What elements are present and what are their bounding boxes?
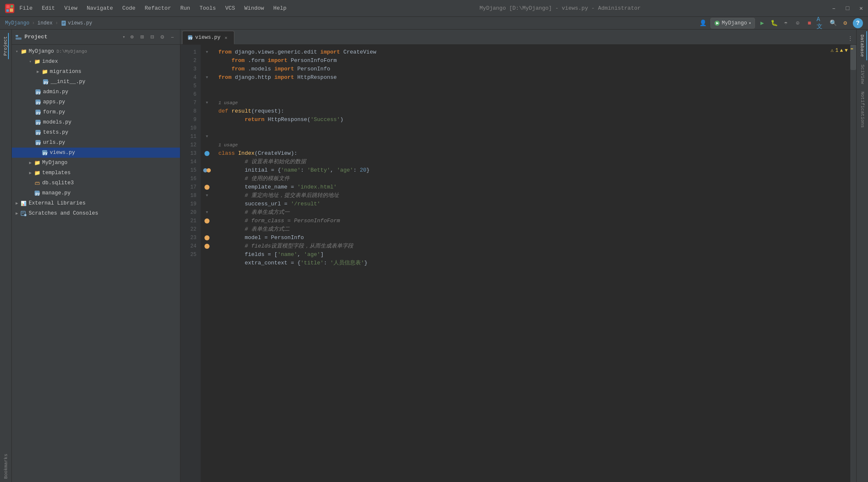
toggle-migrations[interactable]: ▶ <box>35 68 41 75</box>
tab-more-button[interactable]: ⋮ <box>846 34 855 43</box>
toggle-scratches[interactable]: ▶ <box>13 210 20 217</box>
tree-item-manage[interactable]: py manage.py <box>12 188 180 198</box>
tree-item-db[interactable]: 🗃 db.sqlite3 <box>12 178 180 188</box>
fold-arrow-4[interactable]: ▼ <box>206 75 208 80</box>
tab-views-py[interactable]: py views.py ✕ <box>182 31 234 44</box>
run-button[interactable]: ▶ <box>758 19 767 28</box>
tree-item-migrations[interactable]: ▶ 📁 migrations <box>12 67 180 77</box>
editor-scrollbar[interactable]: ▬ <box>850 45 856 482</box>
orange-marker-24 <box>204 244 210 249</box>
toggle-index[interactable]: ▾ <box>27 58 34 65</box>
init-py-icon: py <box>42 78 49 85</box>
apps-py-icon: py <box>35 99 41 105</box>
sidebar-label-project[interactable]: Project <box>3 33 9 59</box>
menu-run[interactable]: Run <box>179 4 192 12</box>
orange-marker-21 <box>204 218 210 223</box>
gutter-marker-13 <box>201 149 213 158</box>
fold-arrow-20[interactable]: ▼ <box>206 210 208 215</box>
coverage-button[interactable]: ☂ <box>781 19 790 28</box>
tab-close-button[interactable]: ✕ <box>223 35 229 40</box>
tree-item-apps[interactable]: py apps.py <box>12 97 180 107</box>
breadcrumb-index[interactable]: index <box>38 20 53 26</box>
gutter-marker-21 <box>201 217 213 225</box>
right-tab-sciview[interactable]: SciView <box>858 61 867 87</box>
collapse-all-button[interactable]: ⊕ <box>128 33 136 41</box>
mydjango-pkg-icon: 📁 <box>34 159 40 166</box>
tree-item-mydjango-root[interactable]: ▾ 📁 MyDjango D:\MyDjango <box>12 46 180 57</box>
tree-item-init[interactable]: py __init__.py <box>12 77 180 87</box>
stop-button[interactable]: ■ <box>805 19 814 28</box>
code-content[interactable]: from django.views.generic.edit import Cr… <box>213 45 850 482</box>
translate-button[interactable]: A文 <box>817 19 826 28</box>
run-config-dropdown[interactable]: MyDjango ▾ <box>710 18 755 29</box>
tree-item-external-libs[interactable]: ▶ 📊 External Libraries <box>12 198 180 208</box>
mydjango-label: MyDjango <box>29 48 54 54</box>
menu-code[interactable]: Code <box>121 4 137 12</box>
menu-refactor[interactable]: Refactor <box>143 4 172 12</box>
debug-button[interactable]: 🐛 <box>769 19 779 28</box>
toggle-external-libs[interactable]: ▶ <box>13 200 20 207</box>
menu-bar[interactable]: File Edit View Navigate Code Refactor Ru… <box>18 4 288 12</box>
tree-item-form[interactable]: py form.py <box>12 107 180 117</box>
menu-window[interactable]: Window <box>243 4 266 12</box>
code-line-11: class Index(CreateView): <box>218 149 845 158</box>
toolbar-right: 👤 MyDjango ▾ ▶ 🐛 ☂ ⊙ ■ A文 🔍 ⚙ ? <box>699 18 863 29</box>
toggle-mydjango[interactable]: ▾ <box>13 48 20 55</box>
svg-point-39 <box>207 168 211 172</box>
settings-button[interactable]: ⚙ <box>840 18 850 28</box>
breadcrumb-project[interactable]: MyDjango <box>5 20 30 26</box>
menu-tools[interactable]: Tools <box>198 4 218 12</box>
code-line-22: # fields设置模型字段，从而生成表单字段 <box>218 242 845 250</box>
menu-help[interactable]: Help <box>271 4 288 12</box>
admin-py-icon: py <box>35 89 41 95</box>
settings-panel-button[interactable]: ⚙ <box>158 33 167 41</box>
fold-arrow-1[interactable]: ▼ <box>206 50 208 54</box>
menu-view[interactable]: View <box>62 4 79 12</box>
locate-button[interactable]: ⊞ <box>138 33 146 41</box>
fold-arrow-7[interactable]: ▼ <box>206 101 208 105</box>
bookmarks-label[interactable]: Bookmarks <box>2 450 10 482</box>
profile-run-button[interactable]: ⊙ <box>793 19 802 28</box>
profile-button[interactable]: 👤 <box>699 19 708 28</box>
search-everywhere-button[interactable]: 🔍 <box>828 19 838 28</box>
right-tab-database[interactable]: Database <box>858 31 867 60</box>
file-tree: ▾ 📁 MyDjango D:\MyDjango ▾ 📁 index ▶ 📁 <box>12 45 180 482</box>
close-button[interactable]: ✕ <box>860 5 863 11</box>
tree-item-urls[interactable]: py urls.py <box>12 137 180 148</box>
panel-actions: ⊕ ⊞ ⊟ ⚙ – <box>128 33 177 41</box>
toggle-templates[interactable]: ▶ <box>27 170 34 176</box>
toggle-mydjango-pkg[interactable]: ▶ <box>27 159 34 166</box>
line-numbers: 12345 678910 1112131415 1617181920 21222… <box>180 45 201 482</box>
menu-navigate[interactable]: Navigate <box>85 4 115 12</box>
tree-item-tests[interactable]: py tests.py <box>12 127 180 137</box>
minimize-panel-button[interactable]: – <box>168 33 177 41</box>
right-tab-notifications[interactable]: Notifications <box>858 88 867 131</box>
tree-item-admin[interactable]: py admin.py <box>12 87 180 97</box>
minimize-button[interactable]: – <box>832 5 836 11</box>
code-line-10 <box>218 132 845 141</box>
tree-item-views[interactable]: py views.py <box>12 148 180 158</box>
menu-edit[interactable]: Edit <box>40 4 56 12</box>
templates-icon: 📁 <box>34 170 40 176</box>
help-button[interactable]: ? <box>853 18 863 28</box>
window-controls: – □ ✕ <box>832 5 863 11</box>
tree-item-mydjango-pkg[interactable]: ▶ 📁 MyDjango <box>12 158 180 168</box>
menu-file[interactable]: File <box>18 4 34 12</box>
filter-button[interactable]: ⊟ <box>148 33 156 41</box>
tree-item-scratches[interactable]: ▶ Scratches and Consoles <box>12 208 180 218</box>
menu-vcs[interactable]: VCS <box>223 4 236 12</box>
code-line-20: # 表单生成方式二 <box>218 225 845 234</box>
tab-bar: py views.py ✕ ⋮ <box>180 30 856 45</box>
mydjango-pkg-label: MyDjango <box>42 160 67 166</box>
orange-marker-17 <box>204 185 210 190</box>
tree-item-index[interactable]: ▾ 📁 index <box>12 57 180 67</box>
tree-item-templates[interactable]: ▶ 📁 templates <box>12 168 180 178</box>
maximize-button[interactable]: □ <box>846 5 849 11</box>
breadcrumb-file[interactable]: views.py <box>61 20 92 26</box>
orange-marker-23 <box>204 235 210 240</box>
fold-arrow-11[interactable]: ▼ <box>206 135 208 139</box>
form-label: form.py <box>43 109 65 115</box>
gutter-marker-15 <box>201 166 213 175</box>
tree-item-models[interactable]: py models.py <box>12 117 180 127</box>
fold-arrow-18[interactable]: ▼ <box>206 194 208 198</box>
